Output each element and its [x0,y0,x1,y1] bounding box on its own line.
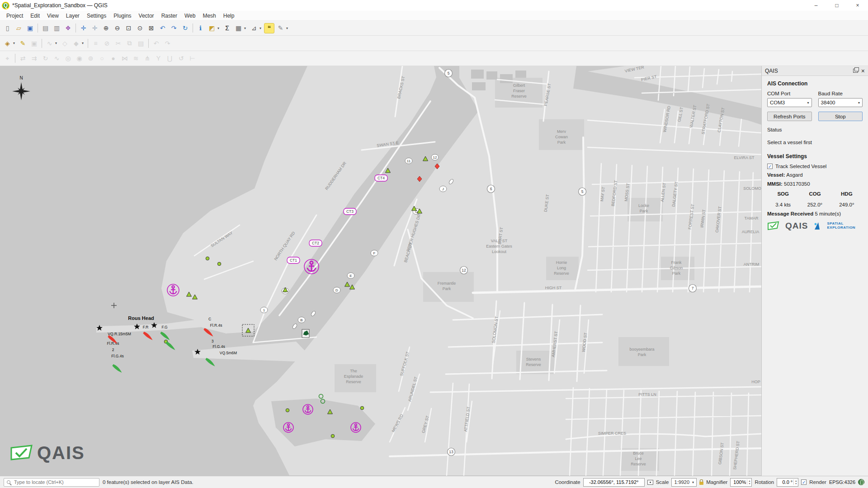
rotation-spinner[interactable]: ▲▼ [777,478,798,487]
coordinate-input[interactable] [583,478,645,487]
extents-toggle-icon[interactable] [647,480,653,485]
style-manager-icon[interactable]: ❖ [63,23,73,33]
pan-to-selection-icon[interactable]: ✛ [90,23,100,33]
map-canvas[interactable]: N BRACKS STSWAN ST ERUDDERHAM DRGilbertF… [0,66,761,476]
vertex-tool-dropdown[interactable]: ▾ [82,41,86,45]
locate-input[interactable] [13,479,96,485]
lock-scale-icon[interactable] [699,482,703,485]
add-part-icon[interactable]: ◉ [74,53,85,64]
render-checkbox[interactable]: ✓ [801,479,807,485]
menu-view[interactable]: View [43,11,62,20]
rotation-input[interactable] [777,479,793,485]
add-polygon-feature-icon[interactable]: ◇ [60,38,70,48]
scale-select[interactable]: 1:9920 ▾ [671,478,697,487]
open-project-icon[interactable]: ▱ [14,23,24,33]
buoy-dot-icon [206,257,209,260]
stop-button[interactable]: Stop [818,112,863,121]
enable-advanced-digitizing-icon[interactable]: ⌖ [2,53,13,64]
merge-features-icon[interactable]: ⋃ [165,53,175,64]
delete-ring-icon[interactable]: ○ [97,53,107,64]
new-print-layout-icon[interactable]: ▤ [40,23,51,33]
fill-ring-icon[interactable]: ⊚ [85,53,96,64]
identify-features-icon[interactable]: ℹ [195,23,206,33]
locate-search-box[interactable] [4,478,99,487]
rotate-feature-icon[interactable]: ↻ [40,53,51,64]
menu-edit[interactable]: Edit [27,11,43,20]
offset-curve-icon[interactable]: ≋ [131,53,141,64]
save-project-icon[interactable]: ▣ [25,23,35,33]
map-tips-icon[interactable]: ❝ [264,23,274,33]
reshape-features-icon[interactable]: ⋈ [119,53,130,64]
refresh-ports-button[interactable]: Refresh Ports [767,112,812,121]
track-vessel-label: Track Selected Vessel [775,164,826,169]
measure-icon[interactable]: ⊿ [249,23,259,33]
zoom-last-icon[interactable]: ↶ [157,23,168,33]
statistical-summary-icon[interactable]: Σ [222,23,232,33]
save-layer-edits-icon[interactable]: ▣ [29,38,39,48]
zoom-full-icon[interactable]: ⊡ [123,23,134,33]
simplify-feature-icon[interactable]: ∿ [52,53,62,64]
new-project-icon[interactable]: ▯ [2,23,13,33]
close-button[interactable]: × [847,0,868,11]
maximize-button[interactable]: □ [826,0,847,11]
close-panel-icon[interactable]: × [861,68,865,74]
menu-help[interactable]: Help [220,11,238,20]
track-vessel-checkbox[interactable]: ✓ [767,164,773,169]
crs-globe-icon[interactable] [858,479,864,485]
float-panel-icon[interactable] [853,69,858,73]
copy-move-feature-icon[interactable]: ⇉ [29,53,39,64]
undo-icon[interactable]: ↶ [151,38,161,48]
menu-vector[interactable]: Vector [135,11,158,20]
com-port-select[interactable]: COM3▾ [767,98,812,107]
magnifier-spinner[interactable]: ▲▼ [730,478,752,487]
select-features-dropdown[interactable]: ▾ [217,26,222,30]
open-attribute-table-dropdown[interactable]: ▾ [244,26,248,30]
menu-settings[interactable]: Settings [83,11,110,20]
annotations-icon[interactable]: ✎ [275,23,286,33]
paste-features-icon[interactable]: ▤ [136,38,146,48]
map-label: HIGH ST [545,286,562,290]
open-attribute-table-icon[interactable]: ▦ [233,23,244,33]
zoom-to-selection-icon[interactable]: ⊙ [135,23,145,33]
minimize-button[interactable]: – [806,0,826,11]
menu-project[interactable]: Project [3,11,27,20]
digitize-with-segment-icon[interactable]: ∿ [44,38,55,48]
menu-layer[interactable]: Layer [62,11,83,20]
spinner-arrows[interactable]: ▲▼ [793,479,798,485]
zoom-in-icon[interactable]: ⊕ [101,23,111,33]
split-parts-icon[interactable]: Y [153,53,164,64]
modify-attributes-icon[interactable]: ≡ [90,38,101,48]
measure-dropdown[interactable]: ▾ [259,26,264,30]
rotate-point-symbols-icon[interactable]: ↺ [176,53,186,64]
menu-plugins[interactable]: Plugins [110,11,135,20]
trim-extend-icon[interactable]: ⊢ [187,53,198,64]
zoom-to-layer-icon[interactable]: ⊠ [146,23,156,33]
current-edits-icon[interactable]: ◈ [2,38,13,48]
current-edits-dropdown[interactable]: ▾ [13,41,17,45]
delete-selected-icon[interactable]: ⊘ [102,38,112,48]
split-features-icon[interactable]: ⋔ [142,53,152,64]
refresh-map-icon[interactable]: ↻ [180,23,190,33]
menu-raster[interactable]: Raster [158,11,181,20]
pan-map-icon[interactable]: ✛ [78,23,89,33]
annotations-dropdown[interactable]: ▾ [286,26,290,30]
digitize-with-segment-dropdown[interactable]: ▾ [55,41,59,45]
magnifier-input[interactable] [731,479,747,485]
menu-web[interactable]: Web [181,11,199,20]
cut-features-icon[interactable]: ✂ [113,38,123,48]
delete-part-icon[interactable]: ● [108,53,118,64]
baud-rate-select[interactable]: 38400▾ [818,98,863,107]
vessel-settings-heading: Vessel Settings [767,153,863,160]
toggle-editing-icon[interactable]: ✎ [18,38,28,48]
copy-features-icon[interactable]: ⧉ [124,38,135,48]
move-feature-icon[interactable]: ⇄ [18,53,28,64]
zoom-next-icon[interactable]: ↷ [169,23,179,33]
menu-mesh[interactable]: Mesh [199,11,219,20]
redo-icon[interactable]: ↷ [162,38,173,48]
spinner-arrows[interactable]: ▲▼ [747,479,751,485]
add-ring-icon[interactable]: ◎ [63,53,73,64]
vertex-tool-icon[interactable]: ◆ [71,38,81,48]
zoom-out-icon[interactable]: ⊖ [112,23,123,33]
select-features-icon[interactable]: ◩ [207,23,217,33]
layout-manager-icon[interactable]: ▥ [52,23,62,33]
